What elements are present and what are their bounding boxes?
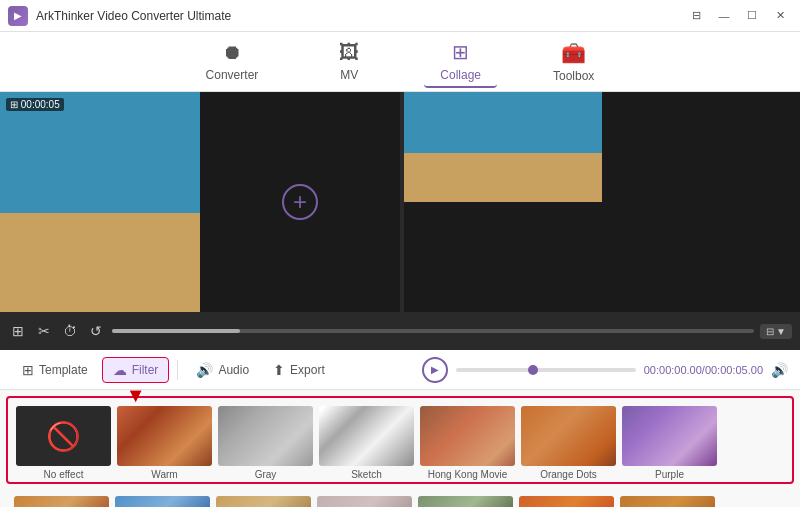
filter-purple[interactable]: Purple [622, 406, 717, 480]
play-btn[interactable]: ▶ [422, 357, 448, 383]
filter-section: 🚫 No effect Warm Gray Sketch Hong Kong M… [0, 390, 800, 507]
app-icon: ▶ [8, 6, 28, 26]
filter-label-warm: Warm [151, 469, 177, 480]
close-btn[interactable]: ✕ [768, 6, 792, 26]
title-bar: ▶ ArkThinker Video Converter Ultimate ⊟ … [0, 0, 800, 32]
filter-row-2 [6, 490, 794, 507]
filter-thumb-sharp [418, 496, 513, 507]
collage-label: Collage [440, 68, 481, 82]
preview-far-right [602, 92, 800, 312]
tab-mv[interactable]: 🖼 MV [314, 37, 384, 86]
nav-tabs: ⏺ Converter 🖼 MV ⊞ Collage 🧰 Toolbox [0, 32, 800, 92]
filter-label-noeffect: No effect [44, 469, 84, 480]
tab-toolbox[interactable]: 🧰 Toolbox [537, 37, 610, 87]
toolbar: ⊞ Template ☁ Filter ▼ 🔊 Audio ⬆ Export ▶… [0, 350, 800, 390]
filter-gray[interactable]: Gray [218, 406, 313, 480]
filter-label: Filter [132, 363, 159, 377]
layout-btn[interactable]: ⊞ [8, 321, 28, 341]
audio-icon: 🔊 [196, 362, 213, 378]
toolbox-icon: 🧰 [561, 41, 586, 65]
filter-label-gray: Gray [255, 469, 277, 480]
preview-area: ⊞ 00:00:05 + [0, 92, 800, 312]
preview-right-bottom [404, 202, 602, 312]
title-bar-left: ▶ ArkThinker Video Converter Ultimate [8, 6, 231, 26]
filter-saturate[interactable] [519, 496, 614, 507]
mv-icon: 🖼 [339, 41, 359, 64]
timer-btn[interactable]: ⏱ [60, 321, 80, 341]
filter-thumb-vintage [216, 496, 311, 507]
minimize-btn[interactable]: — [712, 6, 736, 26]
filter-noeffect[interactable]: 🚫 No effect [16, 406, 111, 480]
filter-sharp[interactable] [418, 496, 513, 507]
progress-dot [528, 365, 538, 375]
filter-icon: ☁ [113, 362, 127, 378]
preview-left: ⊞ 00:00:05 [0, 92, 200, 312]
maximize-btn[interactable]: ☐ [740, 6, 764, 26]
filter-thumb-gray [218, 406, 313, 466]
filter-arrow-indicator: ▼ [126, 384, 146, 407]
filter-mix[interactable] [620, 496, 715, 507]
preview-right-section [404, 92, 602, 312]
export-label: Export [290, 363, 325, 377]
aspect-label: ▼ [776, 326, 786, 337]
add-video-btn[interactable]: + [282, 184, 318, 220]
menu-btn[interactable]: ⊟ [684, 6, 708, 26]
filter-thumb-warm2 [14, 496, 109, 507]
filter-hkmovie[interactable]: Hong Kong Movie [420, 406, 515, 480]
aspect-ratio-btn[interactable]: ⊟ ▼ [760, 324, 792, 339]
filter-sketch[interactable]: Sketch [319, 406, 414, 480]
timeline-fill [112, 329, 240, 333]
filter-label-hk: Hong Kong Movie [428, 469, 508, 480]
timeline-slider[interactable] [112, 329, 754, 333]
filter-thumb-fade [317, 496, 412, 507]
filter-thumb-purple [622, 406, 717, 466]
filter-thumb-noeffect: 🚫 [16, 406, 111, 466]
filter-btn[interactable]: ☁ Filter [102, 357, 170, 383]
filter-thumb-orangedots [521, 406, 616, 466]
template-icon: ⊞ [22, 362, 34, 378]
preview-right-top [404, 92, 602, 202]
tab-collage[interactable]: ⊞ Collage [424, 36, 497, 88]
time-badge: ⊞ 00:00:05 [6, 98, 64, 111]
filter-label-sketch: Sketch [351, 469, 382, 480]
toolbar-right: ▶ 00:00:00.00/00:00:05.00 🔊 [422, 357, 788, 383]
rotate-btn[interactable]: ↺ [86, 321, 106, 341]
mv-label: MV [340, 68, 358, 82]
filter-thumb-mix [620, 496, 715, 507]
export-icon: ⬆ [273, 362, 285, 378]
preview-middle[interactable]: + [200, 92, 400, 312]
audio-label: Audio [218, 363, 249, 377]
time-display: 00:00:00.00/00:00:05.00 [644, 364, 763, 376]
volume-icon[interactable]: 🔊 [771, 362, 788, 378]
template-btn[interactable]: ⊞ Template [12, 358, 98, 382]
toolbar-sep-1 [177, 360, 178, 380]
filter-orangedots[interactable]: Orange Dots [521, 406, 616, 480]
template-label: Template [39, 363, 88, 377]
filter-thumb-cool [115, 496, 210, 507]
converter-label: Converter [206, 68, 259, 82]
filter-btn-wrapper: ☁ Filter ▼ [102, 357, 170, 383]
toolbox-label: Toolbox [553, 69, 594, 83]
filter-label-orangedots: Orange Dots [540, 469, 597, 480]
video-thumb-left [0, 92, 200, 312]
filter-warm[interactable]: Warm [117, 406, 212, 480]
filter-warm2[interactable] [14, 496, 109, 507]
filter-fade[interactable] [317, 496, 412, 507]
filter-thumb-warm [117, 406, 212, 466]
export-toolbar-btn[interactable]: ⬆ Export [263, 358, 335, 382]
title-bar-controls[interactable]: ⊟ — ☐ ✕ [684, 6, 792, 26]
converter-icon: ⏺ [222, 41, 242, 64]
app-title: ArkThinker Video Converter Ultimate [36, 9, 231, 23]
filter-thumb-saturate [519, 496, 614, 507]
timeline-controls: ⊞ ✂ ⏱ ↺ ⊟ ▼ [0, 312, 800, 350]
aspect-icon: ⊟ [766, 326, 774, 337]
cut-btn[interactable]: ✂ [34, 321, 54, 341]
filter-thumb-sketch [319, 406, 414, 466]
filter-cool[interactable] [115, 496, 210, 507]
filter-vintage[interactable] [216, 496, 311, 507]
tab-converter[interactable]: ⏺ Converter [190, 37, 275, 86]
collage-icon: ⊞ [452, 40, 469, 64]
progress-track[interactable] [456, 368, 636, 372]
audio-btn[interactable]: 🔊 Audio [186, 358, 259, 382]
filter-row-1: 🚫 No effect Warm Gray Sketch Hong Kong M… [6, 396, 794, 484]
